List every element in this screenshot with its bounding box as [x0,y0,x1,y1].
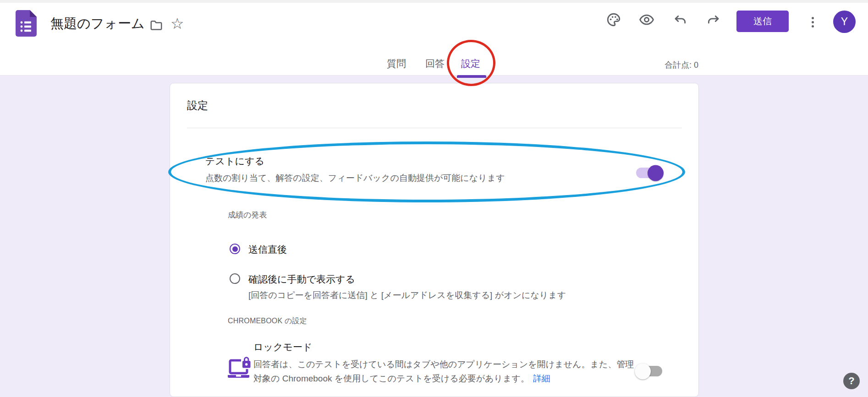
total-points-label: 合計点: 0 [665,60,698,71]
tab-settings[interactable]: 設定 [461,57,480,70]
more-options-icon[interactable] [808,13,817,31]
redo-icon[interactable] [706,12,721,27]
chromebook-section-label: CHROMEBOOK の設定 [228,316,307,326]
undo-icon[interactable] [672,12,688,27]
tab-responses[interactable]: 回答 [425,57,445,70]
toggle-knob [635,363,651,379]
radio-release-after-review[interactable] [230,273,240,284]
details-link[interactable]: 詳細 [533,374,550,383]
quiz-toggle-switch[interactable] [636,168,662,178]
selected-tab-indicator [457,75,486,78]
forms-logo-icon[interactable] [16,10,37,37]
lock-mode-title: ロックモード [253,341,312,353]
form-title[interactable]: 無題のフォーム [50,15,145,33]
tab-questions[interactable]: 質問 [387,57,406,70]
app-header: 無題のフォーム ☆ [0,3,868,76]
star-icon[interactable]: ☆ [170,15,184,33]
toggle-knob [648,165,664,181]
quiz-toggle-title: テストにする [205,155,264,168]
google-forms-settings-page: 無題のフォーム ☆ [0,0,868,397]
move-folder-icon[interactable] [149,18,163,32]
lock-mode-description-text: 回答者は、このテストを受けている間はタブや他のアプリケーションを開けません。また… [253,359,634,383]
theme-palette-icon[interactable] [606,12,621,27]
preview-eye-icon[interactable] [639,12,654,27]
radio-release-after-review-label[interactable]: 確認後に手動で表示する [248,273,355,286]
divider [187,128,682,128]
send-button[interactable]: 送信 [736,11,789,32]
help-icon[interactable]: ? [843,373,860,389]
radio-release-after-review-description: [回答のコピーを回答者に送信] と [メールアドレスを収集する] がオンになりま… [248,289,566,301]
lock-mode-toggle-switch[interactable] [636,366,662,376]
radio-release-immediately-label[interactable]: 送信直後 [248,243,287,256]
radio-release-immediately[interactable] [230,244,240,254]
laptop-lock-icon [227,354,253,381]
lock-mode-description: 回答者は、このテストを受けている間はタブや他のアプリケーションを開けません。また… [253,357,637,386]
settings-card: 設定 テストにする 点数の割り当て、解答の設定、フィードバックの自動提供が可能に… [170,83,699,397]
account-avatar[interactable]: Y [833,11,856,33]
grade-release-section-label: 成績の発表 [228,210,267,220]
quiz-toggle-description: 点数の割り当て、解答の設定、フィードバックの自動提供が可能になります [205,172,505,184]
settings-heading: 設定 [187,98,208,113]
